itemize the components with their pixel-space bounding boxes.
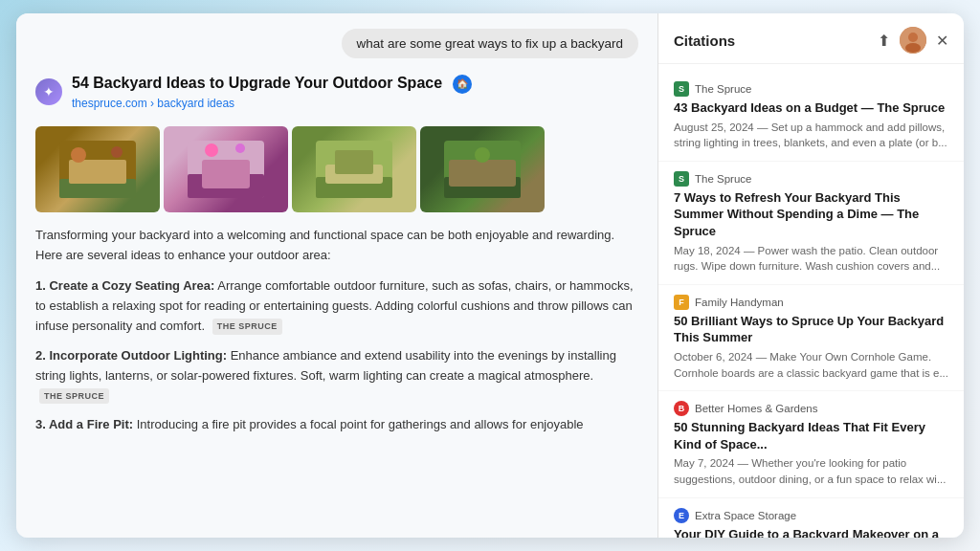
citation-4-title: 50 Stunning Backyard Ideas That Fit Ever… [674, 419, 948, 452]
citation-item-2[interactable]: S The Spruce 7 Ways to Refresh Your Back… [658, 162, 964, 285]
source-link[interactable]: thespruce.com › backyard ideas [72, 97, 234, 110]
svg-rect-16 [449, 160, 516, 187]
citation-5-favicon: E [674, 508, 689, 523]
svg-rect-7 [202, 160, 250, 188]
citation-1-snippet: August 25, 2024 — Set up a hammock and a… [674, 120, 948, 151]
source-tag-1: THE SPRUCE [212, 319, 282, 334]
chat-area: what are some great ways to fix up a bac… [16, 13, 657, 538]
citation-item-1[interactable]: S The Spruce 43 Backyard Ideas on a Budg… [658, 72, 964, 162]
citation-3-favicon: F [674, 295, 689, 310]
left-panel: what are some great ways to fix up a bac… [16, 13, 657, 538]
user-message-row: what are some great ways to fix up a bac… [35, 29, 638, 58]
citation-item-4[interactable]: B Better Homes & Gardens 50 Stunning Bac… [658, 391, 964, 497]
citations-header: Citations ⬆ ✕ [658, 13, 964, 64]
svg-point-3 [71, 147, 86, 163]
backyard-image-2[interactable] [164, 126, 288, 212]
citation-item-3[interactable]: F Family Handyman 50 Brilliant Ways to S… [658, 285, 964, 391]
avatar [900, 27, 926, 54]
svg-point-4 [111, 146, 122, 158]
citation-3-source: Family Handyman [695, 297, 784, 308]
citation-1-title: 43 Backyard Ideas on a Budget — The Spru… [674, 99, 948, 117]
citation-2-source: The Spruce [695, 173, 751, 185]
right-panel: Citations ⬆ ✕ S The Spruce [657, 13, 964, 538]
images-row [35, 126, 638, 212]
citation-2-favicon: S [674, 171, 689, 187]
list-item-3: 3. Add a Fire Pit: Introducing a fire pi… [35, 415, 638, 435]
citation-3-title: 50 Brilliant Ways to Spruce Up Your Back… [674, 313, 948, 346]
svg-point-9 [235, 143, 245, 153]
ai-response-header: ✦ 54 Backyard Ideas to Upgrade Your Outd… [35, 74, 638, 111]
list-item-1: 1. Create a Cozy Seating Area: Arrange c… [35, 276, 638, 336]
close-icon[interactable]: ✕ [936, 32, 948, 50]
citations-list: S The Spruce 43 Backyard Ideas on a Budg… [658, 64, 964, 538]
citation-5-source: Extra Space Storage [695, 510, 796, 521]
citation-1-source: The Spruce [695, 83, 751, 95]
citation-2-title: 7 Ways to Refresh Your Backyard This Sum… [674, 189, 948, 240]
svg-rect-13 [335, 150, 373, 174]
svg-point-20 [905, 43, 921, 53]
backyard-image-3[interactable] [292, 126, 416, 212]
citation-4-favicon: B [674, 401, 689, 416]
ai-icon: ✦ [35, 78, 62, 105]
list-item-2: 2. Incorporate Outdoor Lighting: Enhance… [35, 346, 638, 406]
backyard-image-3-svg [316, 141, 392, 198]
response-list: 1. Create a Cozy Seating Area: Arrange c… [35, 276, 638, 445]
citations-title: Citations [674, 33, 735, 49]
header-icons: ⬆ ✕ [878, 27, 948, 54]
share-icon[interactable]: ⬆ [878, 32, 890, 50]
ai-response-title: 54 Backyard Ideas to Upgrade Your Outdoo… [72, 74, 472, 94]
svg-rect-2 [69, 160, 126, 184]
backyard-image-1[interactable] [35, 126, 160, 212]
response-intro: Transforming your backyard into a welcom… [35, 226, 638, 266]
svg-point-17 [475, 147, 490, 163]
citation-5-title: Your DIY Guide to a Backyard Makeover on… [674, 526, 948, 538]
backyard-image-4-svg [444, 141, 521, 198]
source-tag-2: THE SPRUCE [39, 388, 109, 404]
svg-point-8 [205, 143, 218, 157]
citation-4-source: Better Homes & Gardens [695, 403, 817, 414]
svg-point-19 [908, 33, 918, 42]
citation-item-5[interactable]: E Extra Space Storage Your DIY Guide to … [658, 498, 964, 538]
backyard-image-2-svg [188, 141, 264, 198]
citation-1-favicon: S [674, 81, 689, 97]
home-badge: 🏠 [453, 75, 472, 94]
ai-response: ✦ 54 Backyard Ideas to Upgrade Your Outd… [35, 74, 638, 445]
backyard-image-1-svg [59, 141, 136, 198]
main-window: what are some great ways to fix up a bac… [16, 13, 964, 538]
citation-2-snippet: May 18, 2024 — Power wash the patio. Cle… [674, 243, 948, 275]
user-message-text: what are some great ways to fix up a bac… [357, 36, 623, 51]
user-bubble: what are some great ways to fix up a bac… [342, 29, 638, 58]
backyard-image-4[interactable] [420, 126, 545, 212]
citation-4-snippet: May 7, 2024 — Whether you're looking for… [674, 455, 948, 487]
citation-3-snippet: October 6, 2024 — Make Your Own Cornhole… [674, 349, 948, 381]
